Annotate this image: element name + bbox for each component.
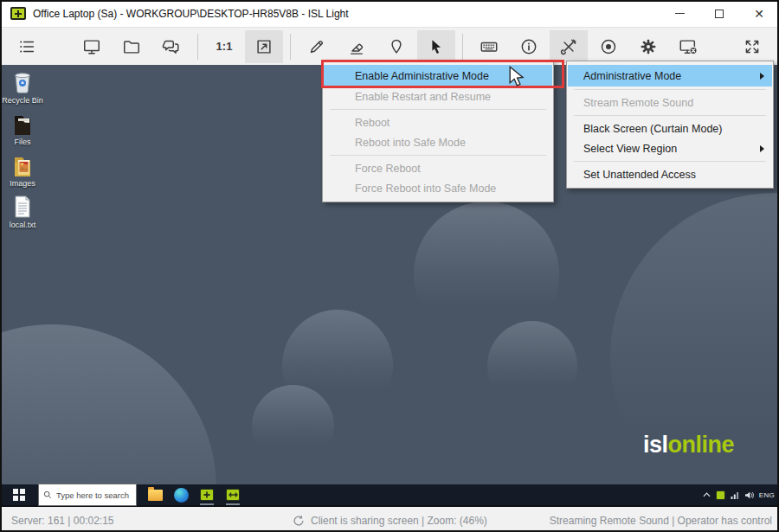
fullscreen-button[interactable] (733, 30, 771, 63)
text-file-icon (12, 195, 33, 219)
window-title: Office Laptop (Sa) - WORKGROUP\DESKTOP-H… (33, 8, 349, 20)
menu-item-force-reboot[interactable]: Force Reboot (324, 158, 552, 178)
toolbar-separator (197, 34, 198, 60)
fit-to-screen-button[interactable] (245, 30, 283, 63)
eraser-button[interactable] (338, 30, 376, 63)
taskbar-search[interactable] (38, 484, 137, 506)
menu-item-force-reboot-safe-mode[interactable]: Force Reboot into Safe Mode (324, 178, 552, 198)
menu-item-black-screen[interactable]: Black Screen (Curtain Mode) (568, 119, 772, 138)
tray-isl-icon[interactable] (716, 490, 725, 500)
menu-item-label: Enable Restart and Resume (355, 91, 491, 103)
maximize-button[interactable] (699, 0, 739, 27)
menu-separator (330, 109, 546, 110)
start-button[interactable] (0, 484, 38, 505)
background-bubble (0, 324, 216, 484)
pin-icon (387, 37, 406, 56)
desktop-icon-label: Recycle Bin (2, 96, 43, 105)
images-folder-icon (11, 155, 34, 177)
tray-chevron-icon[interactable] (703, 492, 711, 497)
keyboard-icon (480, 37, 499, 56)
close-button[interactable]: ✕ (739, 0, 779, 27)
chat-button[interactable] (152, 30, 190, 63)
search-input[interactable] (56, 490, 132, 500)
submenu-arrow-icon (760, 145, 764, 152)
monitor-button[interactable] (73, 30, 111, 63)
menu-item-enable-restart-and-resume[interactable]: Enable Restart and Resume (324, 87, 552, 106)
taskbar-isl-light[interactable] (194, 484, 220, 505)
desktop-icon-images[interactable]: Images (0, 155, 47, 188)
settings-button[interactable] (629, 30, 667, 63)
menu-item-reboot[interactable]: Reboot (324, 112, 552, 132)
minimize-icon (675, 13, 685, 14)
system-tray: ENG (703, 484, 779, 505)
marker-button[interactable] (377, 30, 415, 63)
desktop-icon-local-txt[interactable]: local.txt (0, 195, 47, 229)
disconnect-button[interactable] (669, 30, 707, 63)
menu-item-label: Set Unattended Access (583, 169, 696, 181)
status-bar: Server: 161 | 00:02:15 Client is sharing… (0, 509, 779, 532)
monitor-disconnect-icon (679, 37, 698, 56)
isl-light-icon (200, 489, 214, 501)
isl-light-window: Office Laptop (Sa) - WORKGROUP\DESKTOP-H… (0, 0, 779, 532)
menu-item-administrative-mode[interactable]: Administrative Mode (568, 65, 772, 87)
menu-item-label: Reboot into Safe Mode (355, 137, 466, 149)
menu-item-set-unattended-access[interactable]: Set Unattended Access (568, 164, 772, 184)
taskbar-file-explorer[interactable] (142, 484, 168, 505)
menu-item-select-view-region[interactable]: Select View Region (568, 138, 772, 158)
desktop-icon-recycle-bin[interactable]: Recycle Bin (0, 70, 47, 105)
desktop-icon-label: Images (10, 179, 35, 188)
menu-item-label: Black Screen (Curtain Mode) (583, 123, 722, 135)
draw-button[interactable] (298, 30, 336, 63)
running-indicator (200, 503, 214, 505)
search-icon (43, 490, 52, 499)
record-button[interactable] (589, 30, 628, 63)
background-bubble (252, 385, 334, 467)
menu-item-reboot-safe-mode[interactable]: Reboot into Safe Mode (324, 132, 552, 152)
tray-speaker-icon[interactable] (744, 491, 754, 499)
files-folder-icon (11, 113, 34, 136)
recycle-bin-icon (11, 70, 34, 94)
pointer-button[interactable] (417, 30, 455, 63)
file-explorer-icon (148, 490, 163, 501)
pixel-ratio-button[interactable]: 1:1 (205, 30, 243, 63)
menu-item-label: Reboot (355, 117, 390, 129)
close-icon: ✕ (754, 8, 764, 20)
file-manager-button[interactable] (113, 30, 151, 63)
info-button[interactable] (510, 30, 548, 63)
pointer-icon (427, 37, 446, 56)
menu-item-stream-remote-sound[interactable]: Stream Remote Sound (568, 93, 772, 112)
status-sound-control: Streaming Remote Sound | Operator has co… (550, 515, 772, 527)
folder-icon (122, 37, 141, 56)
menu-item-label: Force Reboot (355, 163, 421, 175)
menu-item-label: Stream Remote Sound (583, 97, 693, 109)
running-indicator (226, 503, 240, 505)
tools-button[interactable] (550, 30, 588, 63)
pencil-icon (307, 37, 326, 56)
taskbar-edge[interactable] (168, 484, 194, 505)
menu-item-label: Administrative Mode (583, 70, 681, 82)
menu-separator (330, 155, 546, 156)
toolbar-separator (290, 34, 291, 60)
monitor-icon (82, 37, 101, 56)
tray-language-label[interactable]: ENG (759, 491, 775, 499)
list-icon (17, 37, 36, 56)
desktop-icon-files[interactable]: Files (0, 113, 47, 146)
menu-separator (574, 115, 766, 116)
toolbar-separator (462, 34, 463, 60)
tray-network-icon[interactable] (731, 491, 739, 499)
session-list-button[interactable] (8, 30, 46, 63)
minimize-button[interactable] (660, 0, 699, 27)
taskbar-isl-connect[interactable] (220, 484, 246, 505)
chat-icon (162, 37, 181, 56)
menu-item-enable-administrative-mode[interactable]: Enable Administrative Mode (324, 65, 552, 87)
title-bar: Office Laptop (Sa) - WORKGROUP\DESKTOP-H… (0, 0, 779, 28)
keyboard-button[interactable] (470, 30, 508, 63)
expand-icon (743, 37, 762, 56)
tools-menu: Administrative Mode Stream Remote Sound … (566, 61, 774, 189)
fit-screen-icon (254, 37, 274, 56)
menu-item-label: Select View Region (583, 143, 677, 155)
logo-online: online (668, 432, 735, 458)
menu-item-label: Enable Administrative Mode (355, 70, 489, 82)
menu-separator (574, 161, 766, 162)
app-icon (10, 7, 26, 20)
